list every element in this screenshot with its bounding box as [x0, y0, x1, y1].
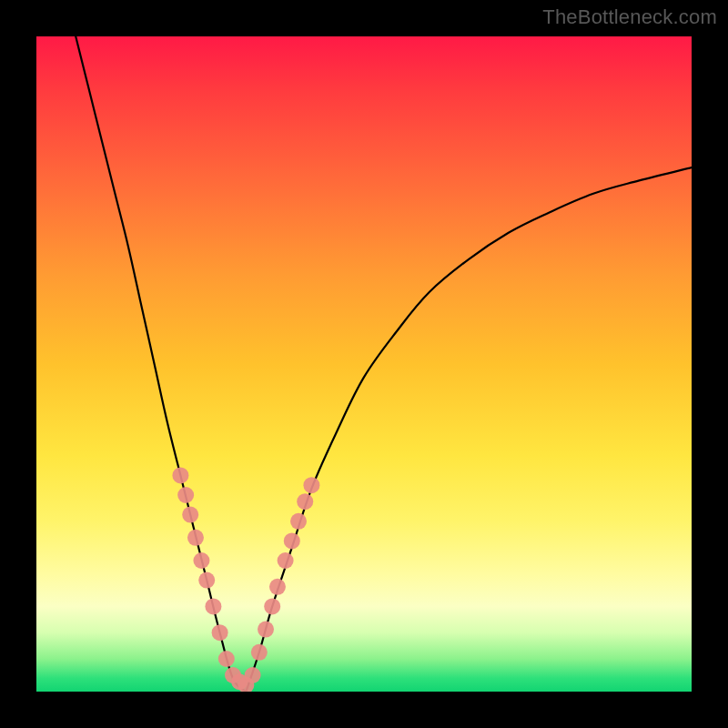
marker-dot: [278, 552, 294, 569]
watermark-text: TheBottleneck.com: [542, 5, 717, 29]
curve-right: [246, 167, 692, 692]
marker-dot: [193, 552, 209, 569]
chart-svg: [36, 36, 692, 692]
marker-dot: [264, 598, 280, 614]
marker-dot: [177, 487, 194, 503]
marker-dot: [284, 532, 300, 549]
marker-dot: [258, 622, 274, 638]
marker-group: [172, 467, 319, 692]
marker-dot: [172, 467, 188, 483]
marker-dot: [290, 513, 307, 530]
curve-left: [76, 36, 246, 692]
marker-dot: [205, 598, 221, 614]
marker-dot: [198, 572, 215, 589]
chart-frame: TheBottleneck.com: [0, 0, 728, 728]
marker-dot: [303, 477, 319, 493]
marker-dot: [212, 624, 228, 641]
marker-dot: [218, 651, 235, 667]
marker-dot: [245, 667, 261, 683]
plot-area: [36, 36, 692, 692]
marker-dot: [251, 644, 268, 661]
marker-dot: [297, 493, 313, 510]
marker-dot: [182, 507, 198, 523]
marker-dot: [269, 579, 286, 595]
marker-dot: [187, 530, 204, 546]
